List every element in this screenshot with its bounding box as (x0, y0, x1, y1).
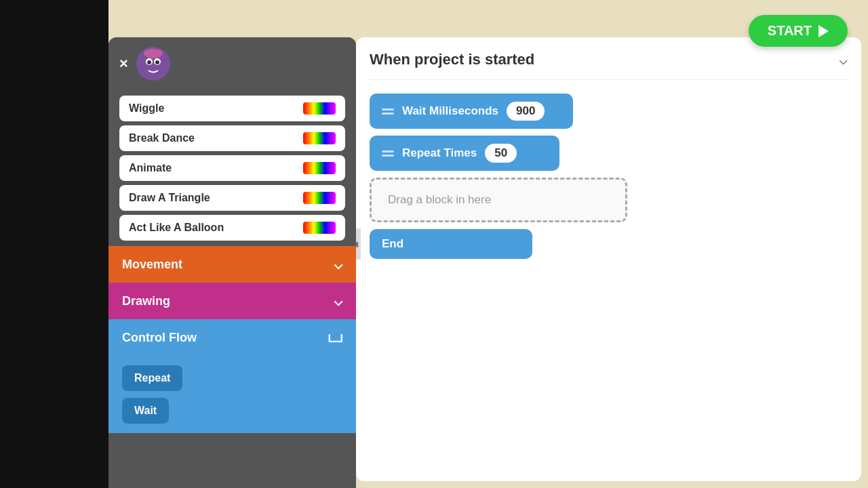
code-blocks: Wait Milliseconds 900 Repeat Times 50 Dr… (370, 94, 848, 259)
workspace-header: When project is started ⌵ (370, 51, 848, 80)
left-panel (0, 0, 108, 488)
rainbow-bar (303, 192, 336, 204)
svg-point-7 (144, 49, 163, 58)
dance-item-label: Draw A Triangle (129, 192, 210, 204)
chevron-down-icon: ⌵ (334, 256, 342, 273)
repeat-label: Repeat Times (402, 146, 477, 160)
rainbow-bar (303, 222, 336, 234)
repeat-block-button[interactable]: Repeat (122, 365, 182, 391)
chevron-down-icon: ⌵ (334, 292, 342, 310)
play-icon (818, 25, 829, 37)
workspace-title: When project is started (370, 51, 534, 68)
wait-block-button[interactable]: Wait (122, 398, 169, 424)
category-controlflow-label: Control Flow (122, 331, 197, 345)
avatar (136, 47, 170, 81)
category-drawing-label: Drawing (122, 294, 170, 308)
chevron-up-icon: ⌴ (328, 329, 342, 346)
wait-value[interactable]: 900 (507, 102, 545, 121)
rainbow-bar (303, 102, 336, 115)
rainbow-bar (303, 162, 336, 174)
list-item[interactable]: Wiggle (119, 96, 345, 121)
wait-label: Wait Milliseconds (402, 104, 498, 118)
end-block[interactable]: End (370, 229, 532, 259)
list-item[interactable]: Animate (119, 155, 345, 181)
category-movement[interactable]: Movement ⌵ (108, 246, 356, 283)
repeat-value[interactable]: 50 (485, 144, 517, 163)
dance-item-label: Animate (129, 162, 172, 174)
monster-avatar-svg (136, 47, 170, 81)
svg-point-4 (155, 60, 159, 64)
block-menu-icon[interactable] (382, 108, 394, 115)
close-button[interactable]: × (119, 56, 128, 71)
list-item[interactable]: Break Dance (119, 125, 345, 151)
block-menu-icon[interactable] (382, 150, 394, 157)
rainbow-bar (303, 132, 336, 144)
repeat-times-block[interactable]: Repeat Times 50 (370, 136, 559, 171)
wait-milliseconds-block[interactable]: Wait Milliseconds 900 (370, 94, 573, 129)
end-label: End (382, 237, 403, 250)
drag-block-zone: Drag a block in here (370, 178, 627, 222)
control-blocks-panel: Repeat Wait (108, 356, 356, 433)
dance-item-label: Break Dance (129, 132, 195, 144)
category-controlflow[interactable]: Control Flow ⌴ (108, 319, 356, 356)
dance-item-label: Act Like A Balloon (129, 222, 224, 234)
workspace: When project is started ⌵ Wait Milliseco… (356, 37, 861, 481)
list-item[interactable]: Draw A Triangle (119, 185, 345, 211)
category-drawing[interactable]: Drawing ⌵ (108, 283, 356, 319)
sidebar-panel: × Wiggle Break Dance (108, 37, 356, 488)
start-label: START (768, 23, 812, 39)
start-button[interactable]: START (749, 15, 848, 47)
sidebar-header: × (108, 37, 356, 90)
dance-list: Wiggle Break Dance Animate Draw A Triang… (108, 90, 356, 246)
dance-item-label: Wiggle (129, 102, 164, 115)
drag-zone-label: Drag a block in here (388, 193, 491, 206)
list-item[interactable]: Act Like A Balloon (119, 215, 345, 241)
workspace-collapse-icon[interactable]: ⌵ (839, 51, 848, 68)
svg-point-3 (147, 60, 151, 64)
category-movement-label: Movement (122, 258, 182, 272)
